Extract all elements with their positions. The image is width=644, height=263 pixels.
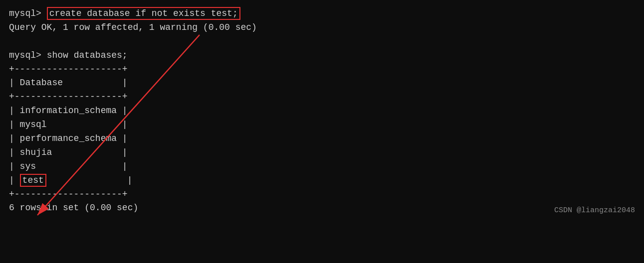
line-14: +--------------------+ bbox=[9, 188, 635, 202]
line-5: +--------------------+ bbox=[9, 63, 635, 77]
line-7: +--------------------+ bbox=[9, 90, 635, 104]
prompt-2: mysql> bbox=[9, 50, 47, 60]
prompt-1: mysql> bbox=[9, 8, 47, 18]
line-8: | information_schema | bbox=[9, 104, 635, 118]
test-box: test bbox=[20, 174, 46, 187]
watermark: CSDN @liangzai2048 bbox=[554, 205, 635, 216]
command-box-1: create database if not exists test; bbox=[47, 7, 240, 20]
line-9: | mysql | bbox=[9, 118, 635, 132]
line-11: | shujia | bbox=[9, 146, 635, 160]
line-6: | Database | bbox=[9, 76, 635, 90]
line-10: | performance_schema | bbox=[9, 132, 635, 146]
line-12: | sys | bbox=[9, 160, 635, 174]
line-13: | test | bbox=[9, 174, 635, 188]
line-2: Query OK, 1 row affected, 1 warning (0.0… bbox=[9, 21, 635, 35]
line-4: mysql> show databases; bbox=[9, 49, 635, 63]
terminal: mysql> create database if not exists tes… bbox=[0, 0, 644, 222]
line-15: 6 rows in set (0.00 sec) bbox=[9, 201, 635, 215]
line-1: mysql> create database if not exists tes… bbox=[9, 7, 635, 21]
line-3 bbox=[9, 35, 635, 49]
